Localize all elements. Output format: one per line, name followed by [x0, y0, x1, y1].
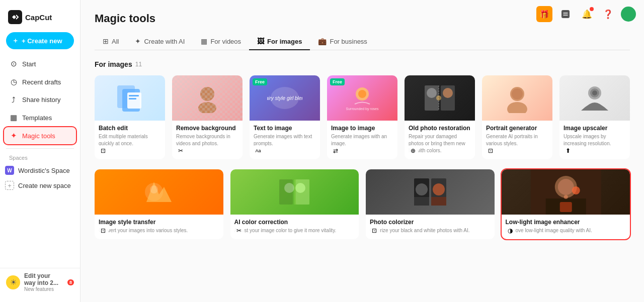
batch-illustration [112, 83, 147, 113]
header-icons: 🎁 🔔 ❓ [536, 6, 636, 22]
notification-button[interactable]: 🔔 [579, 6, 595, 22]
tab-for-images[interactable]: 🖼 For images [249, 33, 310, 50]
free-badge: Free [330, 78, 345, 85]
sidebar-item-recent[interactable]: ◷ Recent drafts [4, 73, 76, 90]
sidebar-item-create-space[interactable]: + Create new space [0, 178, 80, 193]
business-icon: 💼 [318, 37, 327, 45]
export-icon [560, 9, 571, 19]
logo: CapCut [0, 6, 80, 32]
portrait-illustration [500, 83, 535, 113]
card-remove-bg[interactable]: ✂ Remove background Remove backgrounds i… [172, 75, 243, 159]
all-icon: ⊞ [103, 37, 109, 45]
removebg-icon: ✂ [175, 145, 186, 156]
tab-label: All [112, 38, 119, 45]
svg-point-32 [295, 183, 305, 193]
card-desc: Upscale images by increasing resolution. [564, 133, 626, 147]
card-color-correction[interactable]: ✂ AI color correction Adjust your image … [230, 169, 359, 239]
style-illustration [141, 177, 177, 207]
share-icon: ⤴ [9, 95, 18, 104]
svg-point-43 [572, 186, 580, 194]
svg-rect-6 [129, 98, 136, 99]
tab-all[interactable]: ⊞ All [95, 33, 127, 50]
sidebar-bottom-promo[interactable]: ☀ Edit your way into 2... New features 8 [0, 268, 80, 296]
card-title: Remove background [176, 125, 238, 132]
svg-point-22 [507, 102, 527, 113]
card-desc: Generate images with text prompts. [254, 133, 316, 147]
card-title: Old photo restoration [409, 125, 471, 132]
gift-button[interactable]: 🎁 [536, 6, 552, 22]
tab-label: Create with AI [144, 38, 185, 45]
space-avatar: W [5, 166, 14, 175]
tab-for-business[interactable]: 💼 For business [310, 33, 375, 50]
svg-rect-44 [559, 202, 572, 212]
svg-point-28 [150, 185, 158, 193]
tab-create-ai[interactable]: ✦ Create with AI [127, 33, 193, 50]
logo-text: CapCut [25, 13, 52, 22]
ai-icon: ✦ [135, 37, 141, 45]
tab-label: For business [330, 38, 367, 45]
card-title: Low-light image enhancer [506, 219, 626, 226]
card-title: Text to image [254, 125, 316, 132]
portrait-icon: ⊡ [485, 145, 496, 156]
card-body: Low-light image enhancer Improve low-lig… [502, 215, 630, 239]
card-low-light[interactable]: ◑ Low-light image enhancer Improve low-l… [502, 169, 630, 239]
sidebar-item-templates[interactable]: ▦ Templates [4, 109, 76, 126]
create-new-button[interactable]: ＋ + Create new [6, 32, 74, 49]
create-space-label: Create new space [18, 182, 71, 189]
colorize-icon: ⊡ [369, 225, 380, 236]
card-text-to-image[interactable]: Fairy style girl blend Free Aa Text to i… [250, 75, 320, 159]
svg-rect-37 [414, 197, 429, 206]
card-image-colorize [366, 169, 495, 215]
sidebar-item-magic[interactable]: ✦ Magic tools [4, 127, 76, 144]
color-icon: ✂ [233, 225, 245, 236]
card-photo-colorizer[interactable]: ⊡ Photo colorizer Colorize your black an… [366, 169, 495, 239]
user-avatar[interactable] [621, 7, 636, 22]
card-portrait-gen[interactable]: ⊡ Portrait generator Generate AI portrai… [482, 75, 552, 159]
main-content: Magic tools ⊞ All ✦ Create with AI ▦ For… [80, 0, 644, 302]
tab-label: For videos [210, 38, 241, 45]
upscaler-icon: ⬆ [562, 145, 574, 156]
svg-rect-4 [127, 92, 141, 109]
card-image-upscaler[interactable]: ⬆ Image upscaler Upscale images by incre… [559, 75, 630, 159]
sidebar-item-label: Recent drafts [22, 78, 61, 86]
sidebar-item-label: Magic tools [22, 132, 55, 140]
sidebar-item-start[interactable]: ⊙ Start [4, 55, 76, 72]
svg-point-18 [443, 88, 453, 98]
card-batch-edit[interactable]: ⊡ Batch edit Edit multiple materials qui… [95, 75, 165, 159]
row1-cards: ⊡ Batch edit Edit multiple materials qui… [95, 75, 630, 159]
sidebar-item-wordistic[interactable]: W Wordistic's Space [0, 163, 80, 178]
promo-subtitle: New features [24, 286, 63, 292]
sidebar-item-share[interactable]: ⤴ Share history [4, 91, 76, 108]
spaces-label: Spaces [0, 153, 80, 163]
help-icon: ❓ [603, 9, 613, 20]
card-desc: Convert your images into various styles. [99, 227, 219, 234]
svg-point-36 [433, 183, 445, 195]
tab-for-videos[interactable]: ▦ For videos [193, 33, 249, 50]
card-title: Photo colorizer [370, 219, 491, 226]
card-desc: Colorize your black and white photos wit… [370, 227, 491, 234]
i2i-illustration: Surrounded by roses [345, 83, 380, 113]
card-old-photo[interactable]: ⊕ Old photo restoration Repair your dama… [405, 75, 475, 159]
svg-point-20 [436, 95, 441, 100]
export-icon-btn[interactable] [557, 6, 574, 22]
sidebar-item-label: Start [22, 60, 36, 68]
start-icon: ⊙ [9, 59, 18, 68]
card-image-color [230, 169, 359, 215]
card-desc: Remove backgrounds in videos and photos. [176, 133, 238, 147]
card-style-transfer[interactable]: ⊡ Image style transfer Convert your imag… [95, 169, 223, 239]
sidebar: CapCut ＋ + Create new ⊙ Start ◷ Recent d… [0, 0, 80, 302]
promo-text: Edit your way into 2... New features [24, 272, 63, 292]
color-illustration [277, 177, 312, 207]
notification-badge [590, 7, 594, 11]
card-title: Image upscaler [564, 125, 626, 132]
colorize-illustration [413, 177, 448, 207]
card-image-portrait [482, 75, 552, 121]
section-title: For images 11 [95, 60, 630, 68]
space-name: Wordistic's Space [18, 167, 70, 174]
card-image-to-image[interactable]: Surrounded by roses Free ⇄ Image to imag… [327, 75, 397, 159]
help-button[interactable]: ❓ [600, 6, 616, 22]
card-title: AI color correction [234, 219, 355, 226]
svg-point-41 [557, 179, 574, 195]
svg-rect-1 [561, 10, 570, 18]
card-title: Batch edit [99, 125, 161, 132]
